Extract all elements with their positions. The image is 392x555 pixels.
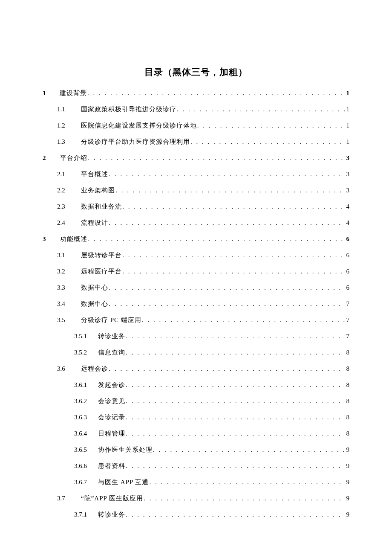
toc-entry-text: 日程管理: [98, 430, 125, 437]
toc-entry-text: 分级诊疗 PC 端应用: [81, 317, 141, 323]
toc-leader: [126, 511, 344, 518]
toc-entry-text: 业务架构图: [81, 187, 115, 194]
toc-entry-page: 7: [345, 333, 350, 340]
toc-entry-number: 3.6.7: [74, 479, 98, 485]
toc-leader: [126, 333, 344, 340]
toc-entry-number: 3.2: [57, 268, 81, 275]
toc-leader: [126, 349, 344, 356]
toc-entry-text: 发起会诊: [98, 382, 125, 388]
toc-entry: 3.5.2信息查询8: [43, 349, 349, 356]
toc-entry-number: 3.6.2: [74, 398, 98, 404]
toc-entry: 2.3数据和业务流4: [43, 203, 349, 210]
toc-entry-page: 3: [345, 187, 350, 194]
toc-entry-page: 8: [345, 414, 350, 421]
toc-entry-page: 7: [345, 301, 350, 307]
toc-leader: [126, 414, 344, 421]
toc-leader: [109, 220, 344, 226]
toc-leader: [109, 301, 344, 307]
toc-leader: [126, 463, 344, 469]
toc-entry-text: 数据中心: [81, 301, 108, 307]
toc-entry-number: 3.6.4: [74, 430, 98, 437]
toc-entry-number: 1: [43, 90, 59, 96]
table-of-contents: 1建设背景11.1国家政策积极引导推进分级诊疗11.2医院信息化建设发展支撑分级…: [43, 90, 349, 518]
toc-entry-text: “院”APP 医生版应用: [81, 495, 143, 502]
toc-entry-text: 会诊记录: [98, 414, 125, 421]
toc-entry: 1.3分级诊疗平台助力医疗资源合理利用1: [43, 139, 349, 145]
toc-leader: [109, 171, 344, 177]
toc-entry: 2.2业务架构图3: [43, 187, 349, 194]
toc-entry: 3.6.6患者资料9: [43, 463, 349, 469]
toc-entry: 3.6.3会诊记录8: [43, 414, 349, 421]
toc-entry-page: 8: [345, 382, 350, 388]
toc-leader: [115, 187, 344, 194]
toc-title: 目录（黑体三号，加粗）: [43, 66, 349, 78]
toc-entry-page: 6: [345, 252, 350, 259]
toc-entry: 2.1平台概述3: [43, 171, 349, 177]
toc-entry-text: 远程医疗平台: [81, 268, 122, 275]
toc-entry-page: 8: [345, 398, 350, 404]
toc-entry: 1.2医院信息化建设发展支撑分级诊疗落地1: [43, 122, 349, 129]
toc-entry-number: 3.7.1: [74, 511, 98, 518]
toc-entry-number: 2.1: [57, 171, 81, 177]
toc-entry-page: 9: [345, 511, 350, 518]
toc-entry: 3.6.2会诊意见8: [43, 398, 349, 404]
toc-entry-page: 9: [345, 495, 350, 502]
toc-entry-page: 3: [345, 155, 350, 161]
toc-entry: 2.4流程设计4: [43, 220, 349, 226]
toc-entry-text: 数据和业务流: [81, 203, 122, 210]
toc-entry-text: 转诊业务: [98, 333, 125, 340]
toc-entry-number: 3.6.6: [74, 463, 98, 469]
toc-entry: 3.4数据中心7: [43, 301, 349, 307]
toc-entry-page: 1: [345, 139, 350, 145]
toc-entry: 3.5分级诊疗 PC 端应用7: [43, 317, 349, 323]
toc-entry-number: 3: [43, 236, 59, 242]
toc-leader: [122, 203, 344, 210]
toc-entry: 3.2远程医疗平台6: [43, 268, 349, 275]
toc-leader: [142, 317, 344, 323]
toc-entry: 3.5.1转诊业务7: [43, 333, 349, 340]
toc-entry: 3.7.1转诊业务9: [43, 511, 349, 518]
toc-leader: [109, 366, 344, 372]
toc-entry-page: 6: [345, 236, 350, 242]
toc-leader: [177, 106, 345, 113]
toc-entry-text: 分级诊疗平台助力医疗资源合理利用: [81, 139, 190, 145]
toc-entry-text: 远程会诊: [81, 366, 108, 372]
toc-entry-text: 数据中心: [81, 285, 108, 291]
toc-entry-number: 1.3: [57, 139, 81, 145]
document-page: 目录（黑体三号，加粗） 1建设背景11.1国家政策积极引导推进分级诊疗11.2医…: [0, 0, 392, 518]
toc-entry: 1建设背景1: [43, 90, 349, 96]
toc-entry-page: 6: [345, 285, 350, 291]
toc-leader: [88, 236, 344, 242]
toc-entry: 3.6.5协作医生关系处理9: [43, 447, 349, 453]
toc-entry-page: 8: [345, 349, 350, 356]
toc-entry-page: 4: [345, 203, 350, 210]
toc-leader: [88, 155, 344, 161]
toc-entry: 3.1层级转诊平台6: [43, 252, 349, 259]
toc-entry: 3.7“院”APP 医生版应用9: [43, 495, 349, 502]
toc-entry-number: 3.7: [57, 495, 81, 502]
toc-entry-page: 9: [345, 479, 350, 485]
toc-leader: [190, 139, 345, 145]
toc-entry-page: 9: [345, 463, 350, 469]
toc-entry-page: 8: [345, 430, 350, 437]
toc-entry-page: 1: [345, 122, 350, 129]
toc-entry-text: 患者资料: [98, 463, 125, 469]
toc-entry-text: 平台介绍: [60, 155, 87, 161]
toc-entry-number: 2.2: [57, 187, 81, 194]
toc-entry: 3.6.7与医生 APP 互通9: [43, 479, 349, 485]
toc-entry-number: 3.4: [57, 301, 81, 307]
toc-leader: [126, 382, 344, 388]
toc-entry-number: 3.5.1: [74, 333, 98, 340]
toc-leader: [122, 252, 344, 259]
toc-entry-text: 会诊意见: [98, 398, 125, 404]
toc-entry-text: 协作医生关系处理: [98, 447, 153, 453]
toc-entry-number: 2.3: [57, 203, 81, 210]
toc-entry-number: 3.5: [57, 317, 81, 323]
toc-entry-text: 流程设计: [81, 220, 108, 226]
toc-leader: [150, 479, 345, 485]
toc-entry-page: 1: [345, 106, 350, 113]
toc-entry-text: 功能概述: [60, 236, 87, 242]
toc-leader: [144, 495, 344, 502]
toc-entry: 2平台介绍3: [43, 155, 349, 161]
toc-entry-page: 7: [345, 317, 350, 323]
